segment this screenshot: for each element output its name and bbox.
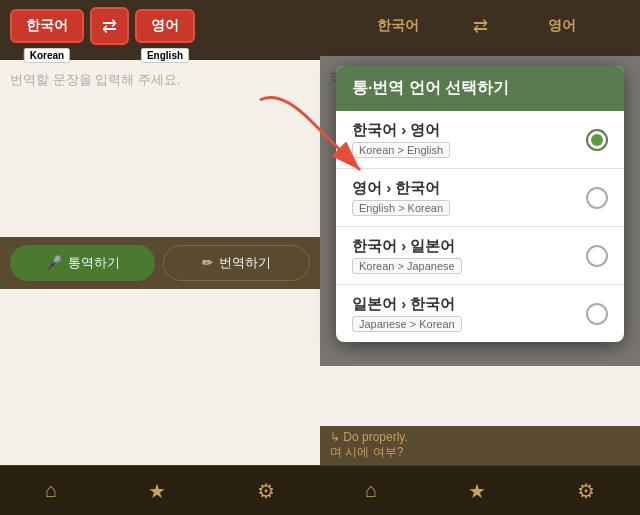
radio-inner-selected bbox=[591, 134, 603, 146]
right-bottom-text1: ↳ Do properly. bbox=[330, 430, 630, 444]
action-bar: 🎤 통역하기 ✏ 번역하기 bbox=[0, 237, 320, 289]
option-sub-1: English > Korean bbox=[352, 200, 450, 216]
left-star-icon[interactable]: ★ bbox=[128, 471, 186, 511]
translate-button[interactable]: ✏ 번역하기 bbox=[163, 245, 310, 281]
radio-japanese-korean[interactable] bbox=[586, 303, 608, 325]
right-star-icon[interactable]: ★ bbox=[448, 471, 506, 511]
option-main-0: 한국어 › 영어 bbox=[352, 121, 586, 140]
left-gear-icon[interactable]: ⚙ bbox=[237, 471, 295, 511]
language-option-korean-english[interactable]: 한국어 › 영어 Korean > English bbox=[336, 111, 624, 169]
pen-icon: ✏ bbox=[202, 255, 213, 270]
right-home-icon[interactable]: ⌂ bbox=[345, 471, 397, 510]
left-panel: 한국어 Korean ⇄ 영어 English 번역할 문장을 입력해 주세요.… bbox=[0, 0, 320, 515]
left-home-icon[interactable]: ⌂ bbox=[25, 471, 77, 510]
right-korean-text: 한국어 bbox=[330, 17, 467, 35]
left-output-area bbox=[0, 289, 320, 466]
right-panel: 한국어 ⇄ 영어 번역할 문장을 입력해 주세요. 통·번역 언어 선택하기 한… bbox=[320, 0, 640, 515]
right-gear-icon[interactable]: ⚙ bbox=[557, 471, 615, 511]
option-sub-0: Korean > English bbox=[352, 142, 450, 158]
swap-button[interactable]: ⇄ bbox=[90, 7, 129, 45]
right-english-text: 영어 bbox=[494, 17, 631, 35]
right-bottom-text2: 며 시에 여부? bbox=[330, 444, 630, 461]
radio-english-korean[interactable] bbox=[586, 187, 608, 209]
english-language-button[interactable]: 영어 English bbox=[135, 9, 195, 43]
option-main-3: 일본어 › 한국어 bbox=[352, 295, 586, 314]
language-selection-overlay: 통·번역 언어 선택하기 한국어 › 영어 Korean > English 영… bbox=[320, 56, 640, 366]
option-main-2: 한국어 › 일본어 bbox=[352, 237, 586, 256]
radio-korean-english[interactable] bbox=[586, 129, 608, 151]
language-option-japanese-korean[interactable]: 일본어 › 한국어 Japanese > Korean bbox=[336, 285, 624, 342]
left-input-placeholder: 번역할 문장을 입력해 주세요. bbox=[10, 72, 180, 87]
left-bottom-nav: ⌂ ★ ⚙ bbox=[0, 465, 320, 515]
left-top-bar: 한국어 Korean ⇄ 영어 English bbox=[0, 0, 320, 52]
right-swap-icon: ⇄ bbox=[473, 15, 488, 37]
radio-korean-japanese[interactable] bbox=[586, 245, 608, 267]
option-sub-3: Japanese > Korean bbox=[352, 316, 462, 332]
right-bottom-nav: ⌂ ★ ⚙ bbox=[320, 465, 640, 515]
right-bottom-content: ↳ Do properly. 며 시에 여부? bbox=[320, 426, 640, 465]
language-selection-modal: 통·번역 언어 선택하기 한국어 › 영어 Korean > English 영… bbox=[336, 66, 624, 342]
language-option-english-korean[interactable]: 영어 › 한국어 English > Korean bbox=[336, 169, 624, 227]
mic-icon: 🎤 bbox=[46, 255, 62, 270]
korean-tooltip: Korean bbox=[24, 48, 70, 63]
option-main-1: 영어 › 한국어 bbox=[352, 179, 586, 198]
modal-title: 통·번역 언어 선택하기 bbox=[336, 66, 624, 111]
language-option-korean-japanese[interactable]: 한국어 › 일본어 Korean > Japanese bbox=[336, 227, 624, 285]
option-sub-2: Korean > Japanese bbox=[352, 258, 462, 274]
korean-language-button[interactable]: 한국어 Korean bbox=[10, 9, 84, 43]
english-tooltip: English bbox=[141, 48, 189, 63]
right-top-bar: 한국어 ⇄ 영어 bbox=[320, 0, 640, 52]
right-input-area[interactable]: 번역할 문장을 입력해 주세요. 통·번역 언어 선택하기 한국어 › 영어 K… bbox=[320, 56, 640, 426]
left-input-area[interactable]: 번역할 문장을 입력해 주세요. bbox=[0, 60, 320, 237]
swap-icon: ⇄ bbox=[102, 16, 117, 36]
interpret-button[interactable]: 🎤 통역하기 bbox=[10, 245, 155, 281]
